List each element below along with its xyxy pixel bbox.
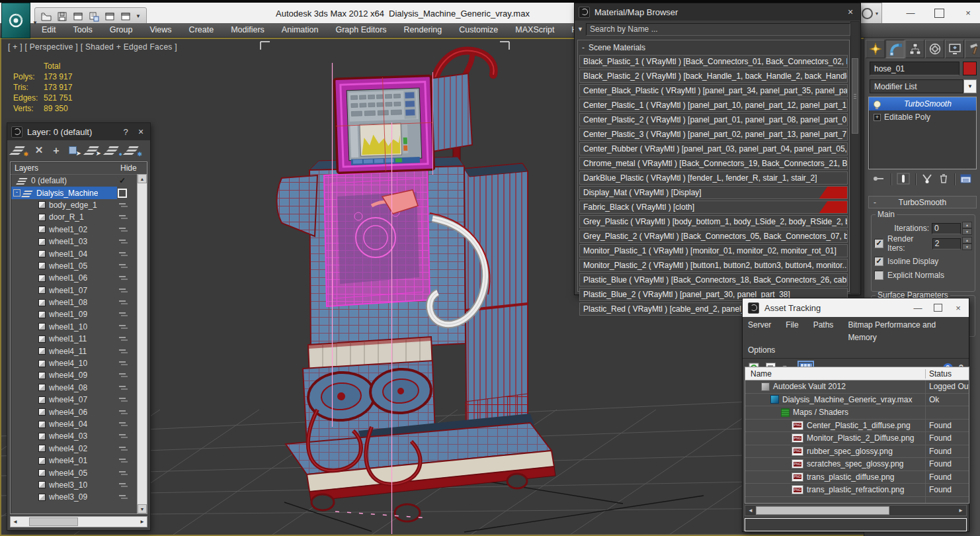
material-item[interactable]: Plastic_Blue ( VRayMtl ) [Back_Connector… <box>579 273 848 287</box>
hide-dash-icon[interactable] <box>119 410 128 415</box>
menu-animation[interactable]: Animation <box>273 23 327 37</box>
material-item[interactable]: Center_Plastic_2 ( VRayMtl ) [panel_part… <box>579 113 848 126</box>
application-menu-button[interactable]: ▼ <box>1 3 30 38</box>
help-button[interactable]: ? <box>120 127 131 137</box>
material-item[interactable]: Monitor_Plastic_2 ( VRayMtl ) [button1, … <box>579 259 848 272</box>
hide-dash-icon[interactable] <box>119 300 128 305</box>
qat-dropdown-icon[interactable]: ▼ <box>136 13 141 19</box>
object-row[interactable]: wheel4_09 <box>11 369 147 381</box>
configure-modifier-sets-button[interactable] <box>960 173 972 186</box>
menu-paths[interactable]: Paths <box>813 319 834 344</box>
object-row[interactable]: wheel1_07 <box>11 285 147 296</box>
manage-scenes-icon[interactable] <box>88 11 100 22</box>
menu-rendering[interactable]: Rendering <box>395 23 451 37</box>
object-row[interactable]: wheel1_02 <box>11 224 147 236</box>
material-item[interactable]: DarkBlue_Plastic ( VRayMtl ) [fender_L, … <box>579 171 848 185</box>
scroll-left-icon[interactable]: ◄ <box>11 519 20 525</box>
object-row[interactable]: wheel1_05 <box>11 260 147 272</box>
hide-checkbox[interactable] <box>118 189 127 198</box>
select-objects-in-layer-button[interactable]: ➤ <box>68 145 81 156</box>
object-row[interactable]: wheel1_10 <box>11 321 147 333</box>
hide-dash-icon[interactable] <box>119 263 128 269</box>
hide-dash-icon[interactable] <box>119 312 128 317</box>
menu-views[interactable]: Views <box>141 23 180 37</box>
window-icon[interactable] <box>104 11 116 22</box>
iterations-spinner[interactable]: ▲▼ <box>962 222 972 235</box>
scrollbar-thumb[interactable] <box>852 58 858 134</box>
object-row[interactable]: wheel1_11 <box>11 333 147 345</box>
object-row[interactable]: wheel3_09 <box>11 491 147 503</box>
remove-modifier-button[interactable] <box>938 173 949 186</box>
vertical-scrollbar[interactable]: ▲▼ <box>137 174 147 514</box>
menu-edit[interactable]: Edit <box>33 23 65 37</box>
explicit-normals-checkbox[interactable] <box>874 271 883 280</box>
object-row[interactable]: wheel1_08 <box>11 296 147 308</box>
hide-dash-icon[interactable] <box>119 433 128 439</box>
close-button[interactable]: × <box>844 7 856 17</box>
scroll-right-icon[interactable]: ► <box>138 519 147 525</box>
hide-dash-icon[interactable] <box>119 288 128 293</box>
material-item[interactable]: Center_Rubber ( VRayMtl ) [panel_part_03… <box>579 142 848 156</box>
maximize-button[interactable] <box>934 304 942 312</box>
hide-column-header[interactable]: Hide <box>120 163 147 173</box>
table-row[interactable]: Maps / Shaders <box>745 406 969 420</box>
layers-column-header[interactable]: Layers <box>11 163 120 173</box>
close-button[interactable]: × <box>961 8 975 18</box>
expand-icon[interactable]: + <box>874 114 881 121</box>
object-row[interactable]: wheel4_04 <box>11 418 147 430</box>
object-row[interactable]: wheel4_08 <box>11 382 147 394</box>
current-layer-check-icon[interactable]: ✓ <box>119 176 126 185</box>
material-item[interactable]: Display_Mat ( VRayMtl ) [Display] <box>579 186 848 199</box>
hide-dash-icon[interactable] <box>119 482 128 488</box>
scrollbar-thumb[interactable] <box>756 506 889 515</box>
save-file-icon[interactable] <box>56 11 68 22</box>
menu-create[interactable]: Create <box>181 23 223 37</box>
object-row[interactable]: wheel4_03 <box>11 430 147 442</box>
hide-dash-icon[interactable] <box>119 349 128 354</box>
add-to-layer-button[interactable]: + <box>51 146 61 156</box>
hide-dash-icon[interactable] <box>119 202 128 208</box>
menu-group[interactable]: Group <box>101 23 142 37</box>
object-row[interactable]: wheel1_09 <box>11 308 147 320</box>
object-row[interactable]: wheel4_06 <box>11 406 147 418</box>
layer-panel-titlebar[interactable]: Layer: 0 (default) ? × <box>7 123 150 140</box>
display-tab[interactable] <box>945 40 964 58</box>
scene-materials-group-header[interactable]: -Scene Materials <box>579 41 848 54</box>
menu-options[interactable]: Options <box>748 344 775 357</box>
layer-row[interactable]: 0 (default)✓ <box>11 175 147 187</box>
object-color-swatch[interactable] <box>963 62 977 75</box>
hide-dash-icon[interactable] <box>119 361 128 366</box>
scroll-up-icon[interactable]: ▲ <box>138 174 147 183</box>
render-iters-checkbox[interactable]: ✓ <box>874 239 883 248</box>
asset-tracking-titlebar[interactable]: Asset Tracking — × <box>743 298 969 317</box>
new-layer-button[interactable]: ✱ <box>14 145 27 156</box>
window-icon-2[interactable] <box>120 11 132 22</box>
highlight-layer-button[interactable]: ● <box>108 145 121 156</box>
object-row[interactable]: body_edge_1 <box>11 199 147 211</box>
scroll-down-icon[interactable]: ▼ <box>138 504 147 514</box>
hide-dash-icon[interactable] <box>119 494 128 500</box>
table-row[interactable]: Dialysis_Machine_Generic_vray.maxOk <box>745 394 969 407</box>
material-item[interactable]: Center_Plastic_3 ( VRayMtl ) [panel_part… <box>579 128 848 141</box>
make-unique-button[interactable] <box>921 173 933 186</box>
object-row[interactable]: wheel4_02 <box>11 443 147 455</box>
hide-dash-icon[interactable] <box>119 275 128 281</box>
material-item[interactable]: Chrome_metal ( VRayMtl ) [Back_Connector… <box>579 157 848 170</box>
scrollbar-thumb[interactable] <box>29 517 78 526</box>
menu-modifiers[interactable]: Modifiers <box>222 23 273 37</box>
material-item[interactable]: Black_Plastic_2 ( VRayMtl ) [back_Handle… <box>579 69 848 83</box>
render-iters-spinner[interactable]: ▲▼ <box>962 237 972 250</box>
modifier-editable-poly[interactable]: +Editable Poly <box>869 111 976 124</box>
material-item[interactable]: Monitor_Plastic_1 ( VRayMtl ) [monitor_0… <box>579 244 848 257</box>
table-row[interactable]: PNGCenter_Plastic_1_diffuse.pngFound <box>745 420 969 433</box>
menu-tools[interactable]: Tools <box>65 23 101 37</box>
iterations-field[interactable]: 0 <box>932 223 961 234</box>
scroll-left-icon[interactable]: ◄ <box>745 508 756 514</box>
hide-dash-icon[interactable] <box>119 458 128 463</box>
utilities-tab[interactable] <box>965 40 980 58</box>
close-button[interactable]: × <box>136 126 146 137</box>
object-row[interactable]: wheel4_11 <box>11 345 147 357</box>
table-row[interactable]: Autodesk Vault 2012Logged Out <box>745 380 969 394</box>
delete-layer-button[interactable]: ✕ <box>34 145 44 156</box>
material-item[interactable]: Center_Black_Plastic ( VRayMtl ) [panel_… <box>579 84 848 97</box>
